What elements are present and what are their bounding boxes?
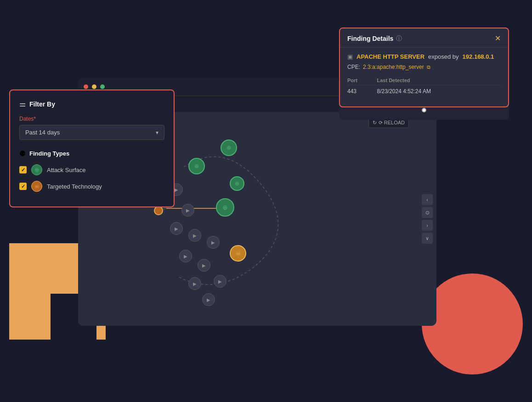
table-row: 443 8/23/2024 4:52:24 AM — [347, 85, 501, 98]
finding-server-row: ▣ APACHE HTTP SERVER exposed by 192.168.… — [347, 53, 501, 60]
chevron-down-icon: ▾ — [156, 129, 158, 136]
graph-node-upper[interactable]: ⊕ — [188, 158, 205, 174]
dates-label: Dates* — [19, 116, 164, 122]
graph-node-dark-4[interactable]: ▶ — [181, 204, 194, 217]
decorative-circle — [422, 274, 523, 374]
reload-label: ⟳ RELOAD — [379, 120, 405, 126]
graph-node-center[interactable]: ⊕ — [216, 198, 234, 217]
pan-right-button[interactable]: › — [422, 220, 433, 231]
finding-title: Finding Details — [347, 35, 393, 42]
filter-panel: ⚌ Filter By Dates* Past 14 days ▾ ⚉ Find… — [9, 89, 175, 207]
graph-node-dark-11[interactable]: ▶ — [202, 293, 215, 306]
graph-node-dark-7[interactable]: ▶ — [207, 236, 220, 249]
graph-node-dark-12[interactable]: ▶ — [214, 275, 226, 288]
dot-red — [84, 84, 88, 89]
dates-section: Dates* Past 14 days ▾ — [19, 116, 164, 140]
graph-node-orange[interactable] — [154, 206, 163, 215]
exposed-text: exposed by — [428, 53, 459, 60]
chevron-down-button[interactable]: ∨ — [422, 233, 433, 244]
graph-node-dark-9[interactable]: ▶ — [198, 259, 210, 272]
last-detected-header: Last Detected — [377, 76, 501, 85]
finding-types-icon: ⚉ — [19, 149, 26, 158]
filter-title: Filter By — [29, 100, 55, 108]
port-value: 443 — [347, 85, 377, 98]
finding-types-section: ⚉ Finding Types ✓ ⊕ Attack Surface ✓ ☠ T… — [19, 149, 164, 192]
pan-left-button[interactable]: ‹ — [422, 194, 433, 205]
checkbox-targeted-tech[interactable]: ✓ — [19, 183, 27, 190]
graph-node-amber[interactable]: ☠ — [230, 245, 246, 262]
finding-body: ▣ APACHE HTTP SERVER exposed by 192.168.… — [340, 48, 508, 106]
filter-icon: ⚌ — [19, 100, 26, 108]
checkbox-attack-surface[interactable]: ✓ — [19, 166, 27, 173]
finding-types-title: Finding Types — [29, 150, 69, 157]
ip-text: 192.168.0.1 — [463, 53, 494, 60]
ext-link-icon[interactable]: ⧉ — [427, 64, 430, 70]
dot-yellow — [92, 84, 96, 89]
graph-node-small-green[interactable]: ⊕ — [230, 176, 244, 191]
dates-value: Past 14 days — [25, 129, 60, 136]
slider-dot — [422, 108, 426, 112]
attack-surface-label: Attack Surface — [47, 167, 86, 173]
dates-select[interactable]: Past 14 days ▾ — [19, 125, 164, 140]
port-header: Port — [347, 76, 377, 85]
graph-node-dark-8[interactable]: ▶ — [179, 250, 192, 262]
close-icon[interactable]: ✕ — [495, 34, 501, 43]
finding-header: Finding Details ⓘ ✕ — [340, 28, 508, 48]
filter-header: ⚌ Filter By — [19, 100, 164, 108]
reload-icon: ↻ — [373, 120, 377, 126]
dot-green — [100, 84, 105, 89]
graph-node-dark-10[interactable]: ▶ — [188, 277, 201, 290]
side-controls: ‹ ⊙ › ∨ — [422, 194, 433, 244]
targeted-tech-label: Targeted Technology — [47, 183, 102, 190]
cpe-value: 2.3:a:apache:http_server — [363, 64, 424, 70]
target-button[interactable]: ⊙ — [422, 207, 433, 218]
finding-details-panel: Finding Details ⓘ ✕ ▣ APACHE HTTP SERVER… — [339, 28, 509, 107]
attack-surface-icon: ⊕ — [31, 164, 42, 175]
apache-label: APACHE HTTP SERVER — [357, 53, 424, 60]
targeted-tech-icon: ☠ — [31, 181, 42, 192]
filter-item-attack-surface: ✓ ⊕ Attack Surface — [19, 164, 164, 175]
cpe-label: CPE: — [347, 64, 360, 70]
graph-node-dark-5[interactable]: ▶ — [170, 222, 183, 235]
graph-node-upper-right[interactable]: ⊕ — [221, 140, 237, 156]
server-icon: ▣ — [347, 53, 353, 60]
graph-node-dark-6[interactable]: ▶ — [188, 229, 201, 242]
cpe-row: CPE: 2.3:a:apache:http_server ⧉ — [347, 64, 501, 70]
filter-item-targeted-tech: ✓ ☠ Targeted Technology — [19, 181, 164, 192]
last-detected-value: 8/23/2024 4:52:24 AM — [377, 85, 501, 98]
finding-title-row: Finding Details ⓘ — [347, 34, 402, 43]
finding-table: Port Last Detected 443 8/23/2024 4:52:24… — [347, 76, 501, 97]
info-icon[interactable]: ⓘ — [396, 34, 402, 43]
section-header: ⚉ Finding Types — [19, 149, 164, 158]
